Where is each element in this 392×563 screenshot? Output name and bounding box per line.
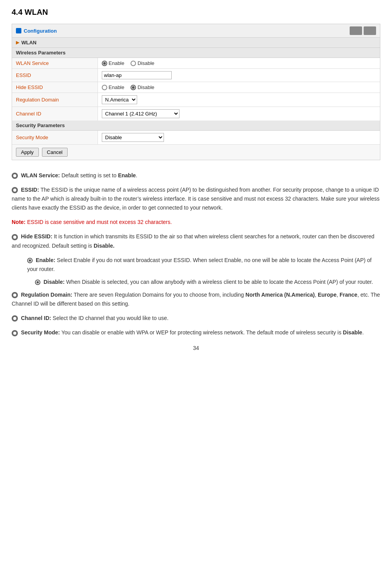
security-mode-select[interactable]: Disable WEP WPA: [102, 133, 164, 142]
security-mode-content-label: Security Mode:: [21, 329, 60, 336]
config-header-label: Configuration: [24, 28, 57, 34]
reg-domain-sep1: ,: [315, 292, 318, 298]
channel-id-select[interactable]: Channel 1 (2.412 GHz) Channel 2 (2.417 G…: [102, 109, 179, 118]
reg-domain-content-label: Regulation Domain:: [21, 292, 72, 298]
hide-essid-content-label: Hide ESSID:: [21, 233, 52, 240]
wlan-section-header: ▶ WLAN: [12, 38, 380, 48]
essid-content-label: ESSID:: [21, 187, 39, 193]
wlan-service-disable-radio[interactable]: [131, 61, 136, 66]
reg-domain-bold1: North America (N.America): [246, 292, 315, 298]
security-mode-value: Disable WEP WPA: [98, 131, 380, 144]
apply-button[interactable]: Apply: [16, 148, 39, 157]
header-icon-block-1: [350, 26, 362, 35]
essid-row: ESSID: [12, 69, 380, 82]
wlan-service-disable-label: Disable: [138, 60, 154, 66]
wlan-service-enable-word: Enable: [118, 172, 136, 178]
wireless-params-header: Wireless Parameters: [12, 48, 380, 58]
reg-domain-bold2: Europe: [318, 292, 336, 298]
reg-domain-bold3: France: [340, 292, 357, 298]
wlan-service-row: WLAN Service Enable Disable: [12, 58, 380, 69]
hide-essid-value: Enable Disable: [98, 82, 380, 93]
wlan-service-bullet-icon: [12, 173, 18, 179]
essid-content-text: The ESSID is the unique name of a wirele…: [12, 187, 380, 211]
wlan-section-label: WLAN: [21, 40, 37, 45]
security-mode-bold: Disable: [343, 329, 362, 336]
hide-essid-bold-word: Disable.: [94, 243, 115, 249]
channel-id-content-label: Channel ID:: [21, 315, 51, 321]
wlan-service-enable-radio[interactable]: [102, 61, 107, 66]
security-mode-content-text: You can disable or enable with WPA or WE…: [61, 329, 343, 336]
enable-content-text: Select Enable if you do not want broadca…: [27, 257, 372, 272]
wlan-service-end: .: [136, 172, 138, 178]
channel-id-content-text: Select the ID channel that you would lik…: [53, 315, 169, 321]
hide-essid-disable-label: Disable: [138, 84, 154, 90]
page-title: 4.4 WLAN: [12, 8, 380, 17]
disable-indented: Disable: When Disable is selected, you c…: [35, 278, 380, 287]
hide-essid-content-text: It is function in which transmits its ES…: [12, 233, 375, 248]
reg-domain-sep2: ,: [336, 292, 340, 298]
regulation-domain-select[interactable]: N.America Europe France Japan Spain Isra…: [102, 95, 137, 104]
enable-radio-bullet: [27, 258, 33, 263]
config-icon: [16, 28, 21, 33]
security-mode-end: .: [362, 329, 364, 336]
wlan-arrow-icon: ▶: [16, 40, 19, 45]
reg-domain-paragraph: Regulation Domain: There are seven Regul…: [12, 290, 380, 308]
security-params-header: Security Parameters: [12, 121, 380, 131]
page-number: 34: [12, 345, 380, 351]
security-params-label: Security Parameters: [16, 122, 65, 128]
hide-essid-label: Hide ESSID: [12, 82, 98, 93]
hide-essid-row: Hide ESSID Enable Disable: [12, 82, 380, 93]
wlan-service-content-text: Default setting is set to: [61, 172, 118, 178]
essid-label: ESSID: [12, 69, 98, 82]
wlan-service-label: WLAN Service: [12, 58, 98, 69]
config-header: Configuration: [12, 24, 380, 38]
channel-id-label: Channel ID: [12, 107, 98, 121]
enable-content-label: Enable:: [36, 257, 56, 263]
security-mode-bullet-icon: [12, 330, 18, 336]
wireless-params-label: Wireless Parameters: [16, 50, 66, 56]
hide-essid-enable-radio[interactable]: [102, 85, 107, 90]
regulation-domain-value: N.America Europe France Japan Spain Isra…: [98, 93, 380, 107]
hide-essid-bullet-icon: [12, 234, 18, 240]
reg-domain-bullet-icon: [12, 292, 18, 298]
security-mode-paragraph: Security Mode: You can disable or enable…: [12, 328, 380, 337]
hide-essid-enable-option[interactable]: Enable: [102, 84, 124, 90]
channel-id-paragraph: Channel ID: Select the ID channel that y…: [12, 314, 380, 323]
wlan-service-disable-option[interactable]: Disable: [131, 60, 154, 66]
cancel-button[interactable]: Cancel: [42, 148, 68, 157]
wlan-service-enable-option[interactable]: Enable: [102, 60, 124, 66]
security-mode-row: Security Mode Disable WEP WPA: [12, 131, 380, 144]
config-header-left: Configuration: [16, 28, 57, 34]
content-area: WLAN Service: Default setting is set to …: [12, 171, 380, 337]
wlan-service-enable-label: Enable: [109, 60, 124, 66]
channel-id-bullet-icon: [12, 315, 18, 322]
wlan-service-radio-group: Enable Disable: [102, 60, 376, 66]
regulation-domain-row: Regulation Domain N.America Europe Franc…: [12, 93, 380, 107]
security-config-table: Security Mode Disable WEP WPA: [12, 131, 380, 144]
essid-input[interactable]: [102, 71, 172, 79]
config-header-right: [350, 26, 376, 35]
hide-essid-disable-radio[interactable]: [131, 85, 136, 90]
wlan-service-value: Enable Disable: [98, 58, 380, 69]
disable-radio-bullet: [35, 280, 40, 285]
config-table: WLAN Service Enable Disable ESSID: [12, 58, 380, 121]
wlan-service-content-label: WLAN Service:: [21, 172, 60, 178]
wlan-service-paragraph: WLAN Service: Default setting is set to …: [12, 171, 380, 180]
note-text: ESSID is case sensitive and must not exc…: [26, 219, 172, 225]
hide-essid-enable-label: Enable: [109, 84, 124, 90]
reg-domain-content-text: There are seven Regulation Domains for y…: [74, 292, 246, 298]
security-mode-label: Security Mode: [12, 131, 98, 144]
disable-content-text: When Disable is selected, you can allow …: [66, 279, 373, 285]
channel-id-value: Channel 1 (2.412 GHz) Channel 2 (2.417 G…: [98, 107, 380, 121]
channel-id-row: Channel ID Channel 1 (2.412 GHz) Channel…: [12, 107, 380, 121]
essid-value: [98, 69, 380, 82]
button-row: Apply Cancel: [12, 144, 380, 160]
disable-content-label: Disable:: [44, 279, 64, 285]
config-panel: Configuration ▶ WLAN Wireless Parameters…: [12, 24, 380, 160]
essid-paragraph: ESSID: The ESSID is the unique name of a…: [12, 185, 380, 212]
hide-essid-paragraph: Hide ESSID: It is function in which tran…: [12, 232, 380, 250]
regulation-domain-label: Regulation Domain: [12, 93, 98, 107]
hide-essid-disable-option[interactable]: Disable: [131, 84, 154, 90]
note-paragraph: Note: ESSID is case sensitive and must n…: [12, 218, 380, 227]
essid-bullet-icon: [12, 187, 18, 193]
